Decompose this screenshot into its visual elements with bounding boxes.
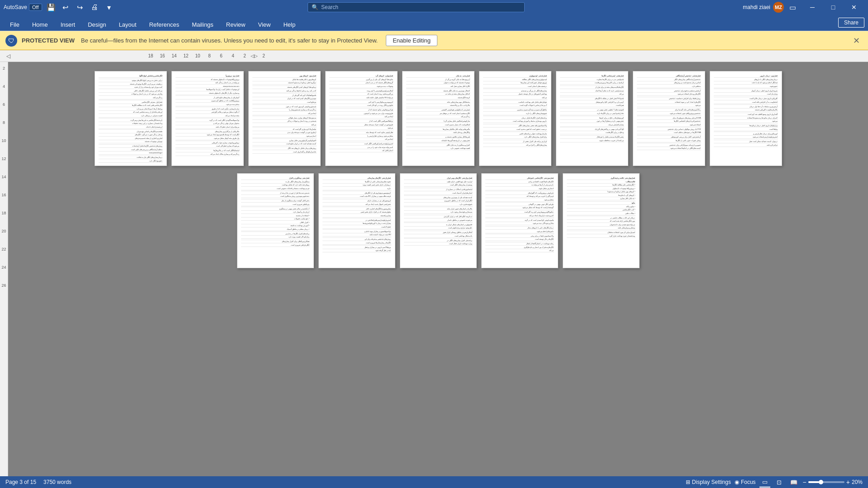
search-bar[interactable]: 🔍 Search xyxy=(308,2,525,12)
lr-2: 2 xyxy=(3,64,5,73)
focus-icon: ◉ xyxy=(735,479,739,485)
page-14-text: فصل چهاردهم: خلاصه و نتیجه‌گیری خلاصه مط… xyxy=(567,177,636,238)
tab-view[interactable]: View xyxy=(251,19,277,31)
enable-editing-button[interactable]: Enable Editing xyxy=(386,35,437,46)
window-controls: ─ □ ✕ xyxy=(802,0,864,14)
zoom-out-button[interactable]: − xyxy=(803,479,806,486)
lr-6: 6 xyxy=(3,100,5,109)
ruler-num-2b: 2 xyxy=(258,53,270,58)
minimize-button[interactable]: ─ xyxy=(802,0,823,14)
save-icon[interactable]: 💾 xyxy=(45,1,57,14)
tab-file[interactable]: File xyxy=(4,19,26,31)
search-input[interactable]: Search xyxy=(321,4,521,10)
status-bar: Page 3 of 15 3750 words ⊞ Display Settin… xyxy=(0,476,868,488)
lr-16: 16 xyxy=(1,190,6,199)
zoom-bar-fill xyxy=(808,481,819,483)
lr-12: 12 xyxy=(1,154,6,163)
user-avatar[interactable]: MZ xyxy=(773,2,784,13)
web-view-icon[interactable]: ⊡ xyxy=(774,477,785,488)
ruler-num-6: 6 xyxy=(215,53,227,58)
lr-14: 14 xyxy=(1,172,6,181)
doc-page-4: فصل چهارم: کرم‌های گرد نماتودها یا کرم‌ه… xyxy=(325,71,398,166)
autosave-label: AutoSave xyxy=(4,4,27,10)
page-11-text: فصل یازدهم: انگل‌های بیمارستانی عفونت‌ها… xyxy=(323,177,391,252)
lr-20: 20 xyxy=(1,227,6,236)
doc-page-2: فصل دوم: پروتوزوآ پروتوزوآها موجودات تک‌… xyxy=(171,71,244,166)
zoom-in-button[interactable]: + xyxy=(846,479,850,486)
status-left: Page 3 of 15 3750 words xyxy=(5,479,71,485)
tab-design[interactable]: Design xyxy=(81,19,112,31)
page-info: Page 3 of 15 xyxy=(5,479,36,485)
ruler-num-18: 18 xyxy=(145,53,157,58)
user-name: mahdi ziaei xyxy=(743,4,770,10)
doc-page-3: فصل سوم: کرم‌های پهن کرم‌های پهن یا پلات… xyxy=(248,71,321,166)
ruler-num-2a: 2 xyxy=(239,53,251,58)
page-6-text: فصل ششم: اپیدمیولوژی اپیدمیولوژی بیماری‌… xyxy=(483,75,547,147)
status-right: ⊞ Display Settings ◉ Focus ▭ ⊡ 📖 − + 20% xyxy=(686,477,863,488)
zoom-slider[interactable] xyxy=(808,481,844,483)
doc-page-14: فصل چهاردهم: خلاصه و نتیجه‌گیری خلاصه مط… xyxy=(563,173,640,268)
redo-icon[interactable]: ↪ xyxy=(74,1,86,14)
doc-page-5: فصل پنجم: بند پایان آرتروپودها یا بند پا… xyxy=(402,71,474,166)
ruler-left-marker: ◁ xyxy=(6,53,10,59)
document-canvas: انگل‌شناسی و شناسایی انواع انگلها در این… xyxy=(8,62,868,476)
search-bar-area: 🔍 Search xyxy=(308,0,525,14)
focus-label: Focus xyxy=(741,479,756,485)
ruler-num-8: 8 xyxy=(204,53,215,58)
doc-page-7: فصل هفتم: ایمنی‌شناسی انگل‌ها پاسخ ایمنی… xyxy=(556,71,628,166)
title-bar-right: mahdi ziaei MZ ▭ ─ □ ✕ xyxy=(743,0,864,14)
ruler-area: ◁ 18 16 14 12 10 8 6 4 2 ◁ ▷ 2 xyxy=(0,50,868,62)
close-protected-bar-button[interactable]: ✕ xyxy=(850,36,863,46)
tab-review[interactable]: Review xyxy=(220,19,252,31)
doc-page-13: فصل سیزدهم: انگل‌شناسی دامپزشکی انگل‌های… xyxy=(481,173,558,268)
tab-references[interactable]: References xyxy=(143,19,185,31)
doc-page-8: فصل هشتم: تشخیص آزمایشگاهی تشخیص آزمایشگ… xyxy=(633,71,705,166)
main-area: 2 4 6 8 10 12 14 16 18 20 22 24 26 xyxy=(0,62,868,476)
lr-8: 8 xyxy=(3,118,5,127)
share-button[interactable]: Share xyxy=(838,18,864,28)
page-2-text: فصل دوم: پروتوزوآ پروتوزوآها موجودات تک‌… xyxy=(175,75,240,156)
maximize-button[interactable]: □ xyxy=(823,0,844,14)
autosave-toggle[interactable]: Off xyxy=(29,4,42,11)
tab-insert[interactable]: Insert xyxy=(54,19,82,31)
customize-icon[interactable]: ▾ xyxy=(103,1,115,14)
ruler-num-10: 10 xyxy=(192,53,204,58)
display-settings-label: Display Settings xyxy=(692,479,731,485)
tab-help[interactable]: Help xyxy=(277,19,302,31)
title-bar-icons: 💾 ↩ ↪ 🖨 ▾ xyxy=(45,1,115,14)
ribbon-tabs: File Home Insert Design Layout Reference… xyxy=(0,14,868,31)
tab-mailings[interactable]: Mailings xyxy=(185,19,220,31)
focus-button[interactable]: ◉ Focus xyxy=(735,479,756,485)
undo-icon[interactable]: ↩ xyxy=(59,1,72,14)
page-4-text: فصل چهارم: کرم‌های گرد نماتودها یا کرم‌ه… xyxy=(329,75,394,152)
page-10-text: فصل دهم: پیشگیری و کنترل پیشگیری از بیما… xyxy=(241,177,310,247)
lr-22: 22 xyxy=(1,245,6,254)
ruler-triangle-right: ▷ xyxy=(254,53,258,58)
zoom-dot xyxy=(819,480,823,484)
print-preview-icon[interactable]: 🖨 xyxy=(88,1,101,14)
tab-layout[interactable]: Layout xyxy=(113,19,143,31)
page-9-text: فصل نهم: درمان دارویی درمان بیماری‌های ا… xyxy=(714,75,778,147)
page-13-text: فصل سیزدهم: انگل‌شناسی دامپزشکی انگل‌های… xyxy=(485,177,554,252)
page-7-text: فصل هفتم: ایمنی‌شناسی انگل‌ها پاسخ ایمنی… xyxy=(560,75,624,142)
page-8-text: فصل هشتم: تشخیص آزمایشگاهی تشخیص آزمایشگ… xyxy=(637,75,701,150)
display-settings-icon: ⊞ xyxy=(686,479,690,485)
tab-home[interactable]: Home xyxy=(26,19,54,31)
read-mode-view-icon[interactable]: 📖 xyxy=(788,477,799,488)
lr-10: 10 xyxy=(1,136,6,145)
display-settings-button[interactable]: ⊞ Display Settings xyxy=(686,479,731,485)
lr-4: 4 xyxy=(3,82,5,91)
close-button[interactable]: ✕ xyxy=(844,0,864,14)
protected-view-bar: 🛡 PROTECTED VIEW Be careful—files from t… xyxy=(0,31,868,50)
left-ruler: 2 4 6 8 10 12 14 16 18 20 22 24 26 xyxy=(0,62,8,476)
lr-24: 24 xyxy=(1,263,6,272)
print-layout-view-icon[interactable]: ▭ xyxy=(759,477,770,488)
ruler-triangle-left: ◁ xyxy=(251,53,254,58)
ribbon: File Home Insert Design Layout Reference… xyxy=(0,14,868,31)
ribbon-display-icon[interactable]: ▭ xyxy=(787,1,799,14)
ruler-numbers: 18 16 14 12 10 8 6 4 2 ◁ ▷ 2 xyxy=(145,53,270,58)
title-bar-left: AutoSave Off 💾 ↩ ↪ 🖨 ▾ xyxy=(4,1,115,14)
lr-18: 18 xyxy=(1,208,6,218)
lr-26: 26 xyxy=(1,281,6,290)
protected-message: Be careful—files from the Internet can c… xyxy=(81,37,378,44)
